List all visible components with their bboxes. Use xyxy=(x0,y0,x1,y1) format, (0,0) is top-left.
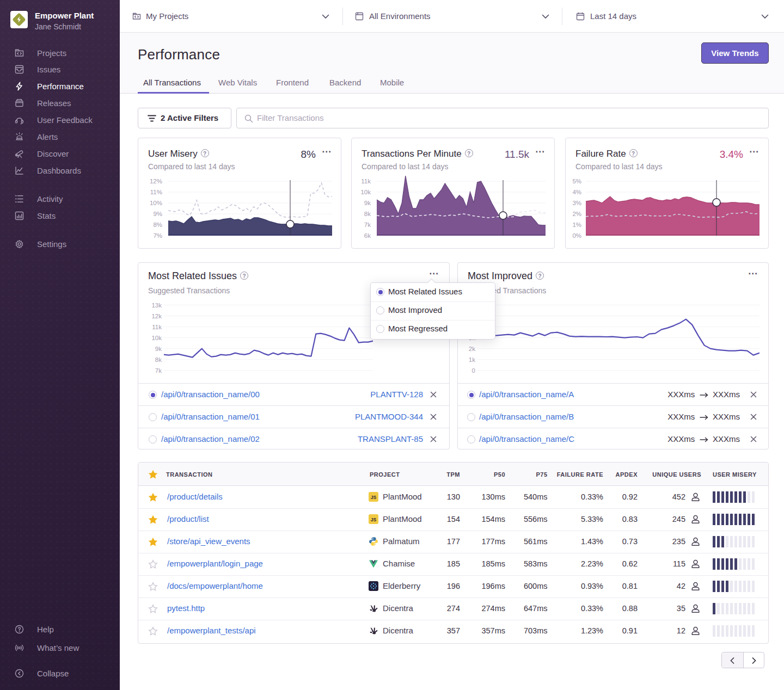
svg-text:6k: 6k xyxy=(364,232,371,239)
svg-text:2%: 2% xyxy=(572,211,581,217)
svg-text:5%: 5% xyxy=(572,178,581,184)
svg-text:12k: 12k xyxy=(151,313,162,319)
svg-text:9%: 9% xyxy=(153,211,162,217)
svg-text:13k: 13k xyxy=(151,302,162,309)
svg-text:11k: 11k xyxy=(152,324,162,330)
svg-text:7%: 7% xyxy=(153,232,162,239)
svg-text:0%: 0% xyxy=(572,232,581,239)
svg-text:7k: 7k xyxy=(364,221,371,228)
svg-text:11k: 11k xyxy=(361,178,371,184)
svg-text:3%: 3% xyxy=(572,200,581,206)
svg-text:2k: 2k xyxy=(469,346,475,352)
svg-text:10k: 10k xyxy=(151,335,162,341)
svg-text:0: 0 xyxy=(472,367,475,374)
svg-text:8k: 8k xyxy=(155,356,162,363)
svg-text:4%: 4% xyxy=(572,189,581,195)
svg-text:JS: JS xyxy=(371,517,377,522)
svg-text:12%: 12% xyxy=(150,178,162,184)
svg-text:10%: 10% xyxy=(150,200,162,206)
svg-text:1%: 1% xyxy=(572,221,581,228)
svg-text:10k: 10k xyxy=(360,189,371,195)
svg-text:9k: 9k xyxy=(155,346,162,352)
svg-text:1k: 1k xyxy=(469,356,475,363)
svg-text:11%: 11% xyxy=(150,189,162,195)
svg-text:JS: JS xyxy=(371,495,377,500)
svg-text:9k: 9k xyxy=(364,200,371,206)
svg-text:7k: 7k xyxy=(155,367,162,374)
svg-text:8k: 8k xyxy=(364,211,371,217)
svg-text:8%: 8% xyxy=(153,221,162,228)
